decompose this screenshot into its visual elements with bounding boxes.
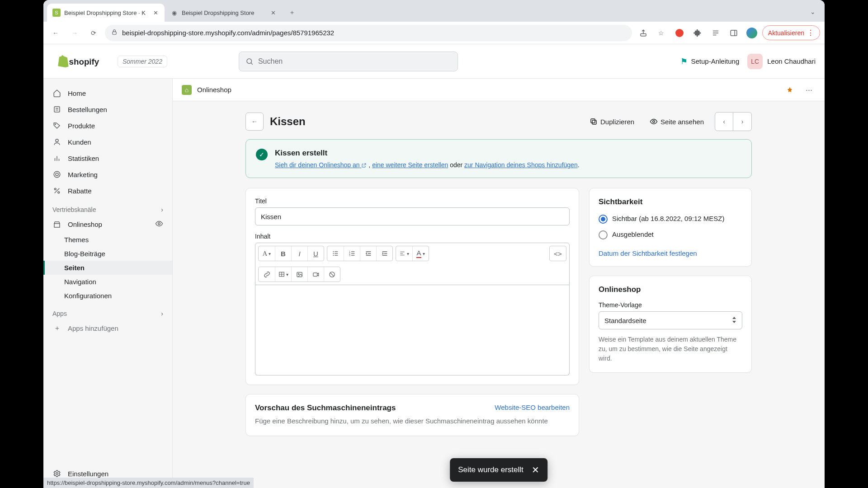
svg-rect-55 xyxy=(313,272,317,276)
sidebar-item-products[interactable]: Produkte xyxy=(43,117,172,134)
toast-close-icon[interactable]: ✕ xyxy=(532,465,539,475)
svg-rect-38 xyxy=(351,253,354,253)
visibility-schedule-link[interactable]: Datum der Sichtbarkeit festlegen xyxy=(599,249,742,257)
sidebar-item-discounts[interactable]: Rabatte xyxy=(43,183,172,199)
clear-format-button[interactable] xyxy=(324,267,340,282)
reload-button[interactable]: ⟳ xyxy=(86,25,101,41)
link-button[interactable] xyxy=(259,267,275,282)
prev-button[interactable]: ‹ xyxy=(715,113,733,131)
svg-rect-0 xyxy=(113,32,116,34)
visibility-title: Sichtbarkeit xyxy=(599,197,742,206)
shopify-logo[interactable]: shopify xyxy=(52,55,107,68)
banner-link-create-page[interactable]: eine weitere Seite erstellen xyxy=(372,161,448,169)
user-name: Leon Chaudhari xyxy=(767,57,816,65)
svg-marker-56 xyxy=(317,273,319,276)
svg-point-21 xyxy=(54,188,56,190)
content-editor[interactable] xyxy=(255,285,570,375)
chevron-right-icon[interactable]: › xyxy=(161,206,163,213)
italic-button[interactable]: I xyxy=(291,246,307,261)
text-color-dropdown[interactable]: A▾ xyxy=(412,246,429,261)
app-topbar: shopify Sommer 2022 Suchen ⚑ Setup-Anlei… xyxy=(43,44,825,79)
sidepanel-icon[interactable] xyxy=(726,25,741,41)
reading-list-icon[interactable] xyxy=(708,25,723,41)
search-placeholder: Suchen xyxy=(258,57,283,66)
svg-rect-34 xyxy=(335,255,338,255)
products-icon xyxy=(52,121,61,130)
seo-title: Vorschau des Suchmaschineneintrags xyxy=(255,404,396,413)
eye-icon[interactable] xyxy=(155,220,163,229)
extension-icon[interactable] xyxy=(672,25,687,41)
svg-point-33 xyxy=(333,255,334,256)
new-tab-button[interactable]: ＋ xyxy=(285,5,299,20)
bookmark-icon[interactable]: ☆ xyxy=(654,25,669,41)
url-text: beispiel-dropshipping-store.myshopify.co… xyxy=(122,29,334,37)
marketing-icon xyxy=(52,170,61,179)
seo-description: Füge eine Beschreibung hinzu, um zu sehe… xyxy=(255,416,570,427)
image-button[interactable] xyxy=(291,267,307,282)
setup-guide-button[interactable]: ⚑ Setup-Anleitung xyxy=(680,56,740,66)
sidebar-item-customers[interactable]: Kunden xyxy=(43,134,172,150)
chevron-right-icon[interactable]: › xyxy=(161,310,163,317)
template-select[interactable]: Standardseite xyxy=(599,311,742,329)
user-menu[interactable]: LC Leon Chaudhari xyxy=(747,54,816,69)
table-dropdown[interactable]: ▾ xyxy=(275,267,291,282)
sidebar-item-marketing[interactable]: Marketing xyxy=(43,166,172,183)
more-icon[interactable]: ⋯ xyxy=(802,83,816,97)
duplicate-button[interactable]: Duplizieren xyxy=(585,117,639,126)
back-button[interactable]: ← xyxy=(48,25,63,41)
view-page-button[interactable]: Seite ansehen xyxy=(645,117,708,126)
update-pill[interactable]: Aktualisieren ⋮ xyxy=(762,25,820,40)
sidebar-add-apps[interactable]: ＋ Apps hinzufügen xyxy=(43,320,172,336)
sidebar-item-onlineshop[interactable]: Onlineshop xyxy=(43,216,172,233)
svg-point-29 xyxy=(333,251,334,252)
outdent-button[interactable] xyxy=(360,246,376,261)
banner-link-view-store[interactable]: Sieh dir deinen Onlineshop an xyxy=(275,161,367,169)
align-dropdown[interactable]: ▾ xyxy=(396,246,412,261)
sidebar-item-analytics[interactable]: Statistiken xyxy=(43,150,172,166)
profile-avatar[interactable] xyxy=(744,25,760,41)
underline-button[interactable]: U xyxy=(307,246,324,261)
sidebar-item-home[interactable]: Home xyxy=(43,85,172,101)
sidebar-sub-navigation[interactable]: Navigation xyxy=(43,275,172,289)
sidebar-sub-config[interactable]: Konfigurationen xyxy=(43,289,172,303)
close-tab-icon[interactable]: ✕ xyxy=(269,9,277,16)
next-button[interactable]: › xyxy=(733,113,751,131)
numbered-list-button[interactable]: 123 xyxy=(344,246,360,261)
extensions-icon[interactable] xyxy=(690,25,705,41)
share-icon[interactable] xyxy=(636,25,651,41)
tab-list-button[interactable]: ⌄ xyxy=(805,4,821,20)
browser-tab[interactable]: ◉ Beispiel Dropshipping Store ✕ xyxy=(165,4,282,22)
banner-link-navigation[interactable]: zur Navigation deines Shops hinzufügen xyxy=(464,161,578,169)
success-banner: ✓ Kissen erstellt Sieh dir deinen Online… xyxy=(245,139,752,178)
duplicate-icon xyxy=(590,117,598,126)
bulleted-list-button[interactable] xyxy=(327,246,344,261)
svg-point-13 xyxy=(55,124,56,125)
flag-icon: ⚑ xyxy=(680,56,688,66)
sidebar-item-orders[interactable]: Bestellungen xyxy=(43,101,172,117)
svg-point-28 xyxy=(653,121,655,123)
title-input[interactable] xyxy=(255,207,570,225)
indent-button[interactable] xyxy=(376,246,392,261)
url-input[interactable]: beispiel-dropshipping-store.myshopify.co… xyxy=(105,25,632,41)
seo-edit-link[interactable]: Website-SEO bearbeiten xyxy=(495,404,570,411)
breadcrumb: ⌂ Onlineshop ⋯ xyxy=(173,79,825,101)
html-button[interactable]: <> xyxy=(550,246,566,261)
title-label: Titel xyxy=(255,197,570,205)
sidebar-sub-themes[interactable]: Themes xyxy=(43,233,172,247)
pin-icon[interactable] xyxy=(783,83,797,97)
prev-next-pager: ‹ › xyxy=(715,112,752,131)
svg-rect-32 xyxy=(335,253,338,253)
svg-rect-1 xyxy=(641,33,646,36)
search-input[interactable]: Suchen xyxy=(239,52,458,71)
format-dropdown[interactable]: A▾ xyxy=(259,246,275,261)
svg-text:3: 3 xyxy=(349,254,350,257)
sidebar-sub-blog[interactable]: Blog-Beiträge xyxy=(43,247,172,261)
visibility-visible-option[interactable]: Sichtbar (ab 16.8.2022, 09:12 MESZ) xyxy=(599,214,742,224)
bold-button[interactable]: B xyxy=(275,246,291,261)
video-button[interactable] xyxy=(307,267,324,282)
browser-tab-active[interactable]: S Beispiel Dropshipping Store · K ✕ xyxy=(47,4,165,22)
back-button[interactable]: ← xyxy=(245,113,264,131)
sidebar-sub-pages[interactable]: Seiten xyxy=(43,261,172,275)
visibility-hidden-option[interactable]: Ausgeblendet xyxy=(599,230,742,240)
close-tab-icon[interactable]: ✕ xyxy=(152,9,159,16)
